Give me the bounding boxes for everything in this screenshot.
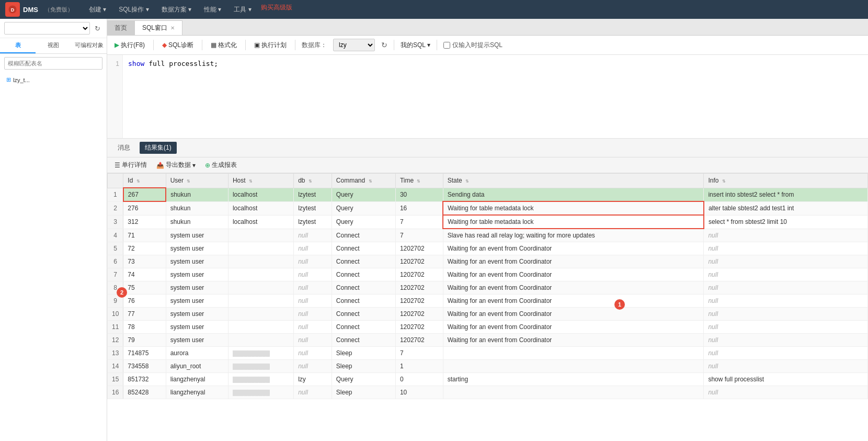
table-row[interactable]: 1267shukunlocalhostlzytestQuery30Sending… bbox=[108, 188, 868, 201]
sidebar-top: ↻ bbox=[0, 19, 107, 38]
col-row-num[interactable] bbox=[108, 174, 123, 188]
format-button[interactable]: ▦ 格式化 bbox=[209, 40, 239, 51]
table-row[interactable]: 2276shukunlocalhostlzytestQuery16Waiting… bbox=[108, 201, 868, 215]
tab-sql-window[interactable]: SQL窗口 ✕ bbox=[135, 20, 182, 35]
row-command-cell: Connect bbox=[332, 334, 395, 347]
row-host-cell: ██████████ bbox=[228, 347, 293, 360]
row-state-cell bbox=[443, 347, 704, 360]
table-row[interactable]: 16852428liangzhenyal██████████nullSleep1… bbox=[108, 386, 868, 399]
row-user-cell: system user bbox=[166, 295, 228, 308]
table-row[interactable]: 15851732liangzhenyal██████████lzyQuery0s… bbox=[108, 373, 868, 386]
table-row[interactable]: 572system usernullConnect1202702Waiting … bbox=[108, 242, 868, 255]
col-state[interactable]: State ⇅ bbox=[443, 174, 704, 188]
row-info-cell: alter table sbtest2 add test1 int bbox=[704, 201, 868, 215]
row-number-cell: 16 bbox=[108, 386, 123, 399]
results-tab-message[interactable]: 消息 bbox=[112, 142, 135, 154]
row-command-cell: Connect bbox=[332, 281, 395, 295]
nav-tools[interactable]: 工具 ▾ bbox=[229, 3, 256, 16]
col-db[interactable]: db ⇅ bbox=[294, 174, 332, 188]
main-layout: ↻ 表 视图 可编程对象 ⊞ lzy_t... 首页 SQL窗口 ✕ bbox=[0, 19, 868, 441]
sql-keyword-show: show bbox=[128, 60, 144, 67]
sidebar-tab-programmable[interactable]: 可编程对象 bbox=[71, 38, 107, 53]
row-time-cell: 0 bbox=[395, 373, 443, 386]
row-info-cell: null bbox=[704, 255, 868, 268]
row-db-cell: lzy bbox=[294, 373, 332, 386]
row-command-cell: Connect bbox=[332, 229, 395, 242]
sidebar-tab-table[interactable]: 表 bbox=[0, 38, 36, 53]
table-row[interactable]: 976system usernullConnect1202702Waiting … bbox=[108, 295, 868, 308]
tab-home[interactable]: 首页 bbox=[107, 20, 135, 35]
top-navbar: D DMS （免费版） 创建 ▾ SQL操作 ▾ 数据方案 ▾ 性能 ▾ 工具 … bbox=[0, 0, 868, 19]
row-user-cell: system user bbox=[166, 308, 228, 321]
table-row[interactable]: 13714875aurora██████████nullSleep7null bbox=[108, 347, 868, 360]
col-user[interactable]: User ⇅ bbox=[166, 174, 228, 188]
row-time-cell: 30 bbox=[395, 188, 443, 201]
row-state-cell: Waiting for table metadata lock bbox=[443, 215, 704, 229]
table-row[interactable]: 673system usernullConnect1202702Waiting … bbox=[108, 255, 868, 268]
table-row[interactable]: 875system usernullConnect1202702Waiting … bbox=[108, 281, 868, 295]
table-row[interactable]: 1178system usernullConnect1202702Waiting… bbox=[108, 321, 868, 334]
nav-data-plan[interactable]: 数据方案 ▾ bbox=[156, 3, 197, 16]
row-db-cell: null bbox=[294, 386, 332, 399]
nav-performance[interactable]: 性能 ▾ bbox=[199, 3, 226, 16]
generate-report-button[interactable]: ⊕ 生成报表 bbox=[203, 160, 239, 171]
sidebar-search-input[interactable] bbox=[4, 57, 102, 70]
execute-button[interactable]: ▶ 执行(F8) bbox=[112, 40, 147, 51]
row-user-cell: shukun bbox=[166, 188, 228, 201]
sql-editor: 1 show full processlist; bbox=[107, 55, 868, 139]
sidebar-tab-view[interactable]: 视图 bbox=[36, 38, 71, 53]
row-command-cell: Query bbox=[332, 188, 395, 201]
row-info-cell: select * from sbtest2 limit 10 bbox=[704, 215, 868, 229]
nav-premium[interactable]: 购买高级版 bbox=[261, 3, 292, 16]
svg-text:D: D bbox=[11, 7, 15, 13]
results-tab-bar: 消息 结果集(1) bbox=[107, 139, 868, 157]
row-state-cell: Waiting for an event from Coordinator bbox=[443, 295, 704, 308]
sql-content[interactable]: show full processlist; bbox=[123, 55, 868, 138]
hint-checkbox[interactable] bbox=[443, 42, 450, 49]
col-id[interactable]: Id ⇅ bbox=[123, 174, 166, 188]
table-row[interactable]: 14734558aliyun_root██████████nullSleep1n… bbox=[108, 360, 868, 373]
row-info-cell: show full processlist bbox=[704, 373, 868, 386]
row-db-cell: null bbox=[294, 308, 332, 321]
export-data-button[interactable]: 📤 导出数据 ▾ bbox=[154, 160, 198, 171]
db-refresh-button[interactable]: ↻ bbox=[381, 41, 387, 49]
table-row[interactable]: 471system usernullConnect7Slave has read… bbox=[108, 229, 868, 242]
row-user-cell: system user bbox=[166, 229, 228, 242]
row-number-cell: 5 bbox=[108, 242, 123, 255]
separator-6 bbox=[437, 40, 437, 50]
row-id-cell: 276 bbox=[123, 201, 166, 215]
row-state-cell: Waiting for table metadata lock bbox=[443, 201, 704, 215]
tree-item[interactable]: ⊞ lzy_t... bbox=[4, 75, 102, 85]
table-row[interactable]: 3312shukunlocalhostlzytestQuery7Waiting … bbox=[108, 215, 868, 229]
row-db-cell: lzytest bbox=[294, 188, 332, 201]
table-row[interactable]: 774system usernullConnect1202702Waiting … bbox=[108, 268, 868, 281]
sidebar-db-select[interactable] bbox=[4, 22, 90, 35]
results-tab-set[interactable]: 结果集(1) bbox=[140, 142, 177, 154]
table-row[interactable]: 1279system usernullConnect1202702Waiting… bbox=[108, 334, 868, 347]
nav-create[interactable]: 创建 ▾ bbox=[84, 3, 111, 16]
db-select[interactable]: lzy bbox=[333, 39, 375, 51]
col-command[interactable]: Command ⇅ bbox=[332, 174, 395, 188]
col-info[interactable]: Info ⇅ bbox=[704, 174, 868, 188]
row-id-cell: 714875 bbox=[123, 347, 166, 360]
detail-label: 单行详情 bbox=[122, 161, 147, 169]
execute-plan-button[interactable]: ▣ 执行计划 bbox=[252, 40, 289, 51]
row-user-cell: shukun bbox=[166, 201, 228, 215]
sidebar-refresh-button[interactable]: ↻ bbox=[92, 23, 102, 33]
col-host[interactable]: Host ⇅ bbox=[228, 174, 293, 188]
col-time[interactable]: Time ⇅ bbox=[395, 174, 443, 188]
single-row-detail-button[interactable]: ☰ 单行详情 bbox=[112, 160, 149, 171]
row-id-cell: 76 bbox=[123, 295, 166, 308]
table-row[interactable]: 1077system usernullConnect1202702Waiting… bbox=[108, 308, 868, 321]
nav-menu: 创建 ▾ SQL操作 ▾ 数据方案 ▾ 性能 ▾ 工具 ▾ 购买高级版 bbox=[84, 3, 292, 16]
tab-close-icon[interactable]: ✕ bbox=[170, 25, 175, 31]
nav-sql-ops[interactable]: SQL操作 ▾ bbox=[113, 3, 154, 16]
annotation-1-label: 1 bbox=[618, 301, 621, 308]
export-arrow: ▾ bbox=[192, 162, 196, 169]
table-icon: ⊞ bbox=[6, 76, 11, 83]
my-sql-button[interactable]: 我的SQL ▾ bbox=[401, 41, 430, 50]
sql-diagnose-button[interactable]: ◆ SQL诊断 bbox=[160, 40, 196, 51]
logo-icon: D bbox=[5, 2, 20, 17]
row-command-cell: Connect bbox=[332, 242, 395, 255]
tab-bar: 首页 SQL窗口 ✕ bbox=[107, 19, 868, 36]
